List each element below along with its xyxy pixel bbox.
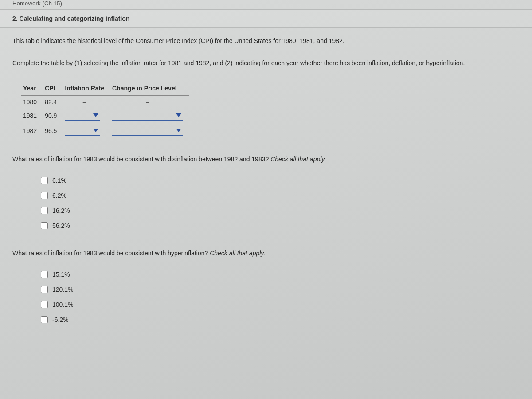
list-item: 15.1%	[41, 267, 520, 282]
option-label: -6.2%	[52, 316, 69, 323]
list-item: 56.2%	[41, 218, 520, 233]
disinflation-options: 6.1% 6.2% 16.2% 56.2%	[41, 173, 520, 233]
question-hint: Check all that apply.	[210, 250, 265, 257]
cell-rate-dash: –	[63, 95, 110, 108]
chevron-down-icon	[93, 113, 98, 117]
list-item: -6.2%	[41, 312, 520, 327]
question-text: What rates of inflation for 1983 would b…	[12, 156, 270, 163]
option-label: 100.1%	[52, 301, 73, 308]
cell-cpi: 82.4	[43, 95, 63, 108]
checkbox-option[interactable]	[41, 271, 48, 278]
checkbox-option[interactable]	[41, 177, 48, 184]
chevron-down-icon	[93, 129, 98, 132]
breadcrumb: Homework (Ch 15)	[0, 0, 532, 9]
list-item: 16.2%	[41, 203, 520, 218]
checkbox-option[interactable]	[41, 286, 48, 293]
cell-cpi: 90.9	[43, 108, 63, 123]
checkbox-option[interactable]	[41, 301, 48, 308]
checkbox-option[interactable]	[41, 207, 48, 214]
option-label: 6.2%	[52, 192, 66, 199]
intro-paragraph-2: Complete the table by (1) selecting the …	[12, 58, 520, 69]
option-label: 120.1%	[52, 286, 73, 293]
checkbox-option[interactable]	[41, 222, 48, 229]
cell-change-dash: –	[110, 95, 189, 108]
cell-year: 1980	[21, 95, 43, 108]
inflation-rate-dropdown-1981[interactable]	[65, 111, 100, 121]
col-year: Year	[21, 82, 43, 96]
checkbox-option[interactable]	[41, 192, 48, 199]
list-item: 6.1%	[41, 173, 520, 188]
price-level-dropdown-1982[interactable]	[112, 126, 183, 136]
question-hint: Check all that apply.	[270, 156, 326, 163]
option-label: 15.1%	[52, 271, 70, 278]
list-item: 6.2%	[41, 188, 520, 203]
option-label: 6.1%	[52, 177, 66, 184]
hyperinflation-options: 15.1% 120.1% 100.1% -6.2%	[41, 267, 520, 327]
section-title: 2. Calculating and categorizing inflatio…	[0, 9, 532, 28]
col-cpi: CPI	[43, 82, 63, 96]
question-disinflation: What rates of inflation for 1983 would b…	[12, 154, 520, 164]
table-row: 1982 96.5	[21, 123, 189, 138]
col-inflation-rate: Inflation Rate	[63, 82, 110, 96]
table-row: 1981 90.9	[21, 108, 189, 123]
chevron-down-icon	[176, 129, 181, 132]
checkbox-option[interactable]	[41, 316, 48, 323]
table-row: 1980 82.4 – –	[21, 95, 189, 108]
question-hyperinflation: What rates of inflation for 1983 would b…	[12, 248, 520, 258]
price-level-dropdown-1981[interactable]	[112, 111, 183, 121]
list-item: 100.1%	[41, 297, 520, 312]
option-label: 56.2%	[52, 222, 70, 229]
inflation-rate-dropdown-1982[interactable]	[65, 126, 100, 136]
list-item: 120.1%	[41, 282, 520, 297]
cell-year: 1982	[21, 123, 43, 138]
cell-cpi: 96.5	[43, 123, 63, 138]
cpi-table: Year CPI Inflation Rate Change in Price …	[21, 82, 189, 138]
question-text: What rates of inflation for 1983 would b…	[12, 250, 210, 257]
col-change-price-level: Change in Price Level	[110, 82, 189, 96]
intro-paragraph-1: This table indicates the historical leve…	[12, 36, 520, 47]
option-label: 16.2%	[52, 207, 70, 214]
cell-year: 1981	[21, 108, 43, 123]
chevron-down-icon	[176, 113, 181, 117]
